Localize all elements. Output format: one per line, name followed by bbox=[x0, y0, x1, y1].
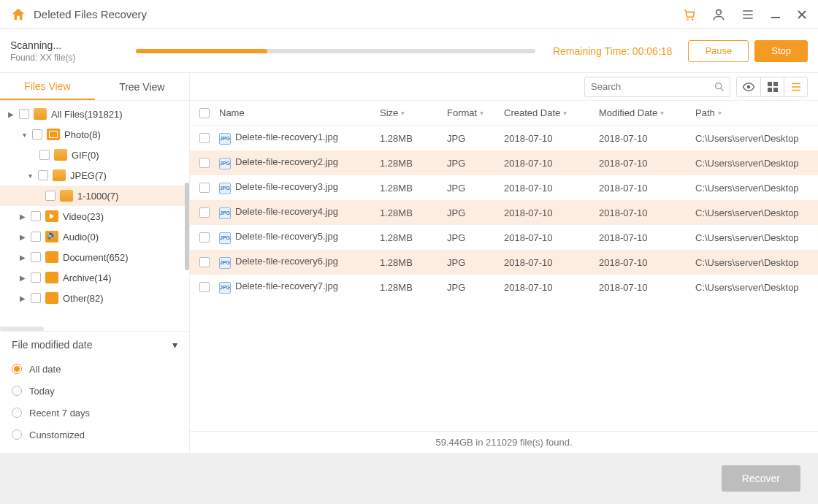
filter-all-date[interactable]: All date bbox=[12, 358, 177, 380]
category-tree[interactable]: ▶ All Files(191821) ▾ Photo(8) GIF(0) ▾ … bbox=[0, 101, 189, 327]
tree-item-audio[interactable]: ▶ Audio(0) bbox=[0, 226, 189, 247]
tree-item-video[interactable]: ▶ Video(23) bbox=[0, 206, 189, 226]
tree-item-other[interactable]: ▶ Other(82) bbox=[0, 288, 189, 308]
other-icon bbox=[45, 292, 58, 304]
jpg-file-icon: JPG bbox=[219, 158, 231, 169]
col-format[interactable]: Format▾ bbox=[447, 107, 504, 118]
row-checkbox[interactable] bbox=[199, 257, 210, 267]
recover-button[interactable]: Recover bbox=[722, 465, 800, 492]
cell-modified: 2018-07-10 bbox=[599, 207, 695, 218]
col-modified[interactable]: Modified Date▾ bbox=[599, 107, 695, 118]
checkbox[interactable] bbox=[31, 232, 41, 242]
tree-item-photo[interactable]: ▾ Photo(8) bbox=[0, 124, 189, 145]
row-checkbox[interactable] bbox=[199, 232, 210, 243]
filter-customized[interactable]: Cunstomized bbox=[12, 424, 177, 446]
tree-scrollbar[interactable] bbox=[185, 183, 189, 270]
menu-icon[interactable] bbox=[741, 7, 755, 22]
cell-path: C:\Users\server\Desktop bbox=[695, 158, 818, 169]
tree-item-gif[interactable]: GIF(0) bbox=[0, 145, 189, 165]
cell-path: C:\Users\server\Desktop bbox=[695, 207, 818, 218]
checkbox[interactable] bbox=[45, 191, 56, 201]
svg-rect-7 bbox=[768, 88, 772, 92]
cell-created: 2018-07-10 bbox=[504, 133, 599, 144]
scan-status: Scanning... bbox=[10, 39, 129, 51]
jpg-file-icon: JPG bbox=[219, 133, 231, 145]
checkbox[interactable] bbox=[39, 150, 50, 160]
col-name[interactable]: Name bbox=[219, 107, 380, 118]
cell-format: JPG bbox=[447, 282, 504, 293]
tree-item-document[interactable]: ▶ Document(652) bbox=[0, 247, 189, 267]
col-created[interactable]: Created Date▾ bbox=[504, 107, 599, 118]
row-checkbox[interactable] bbox=[199, 158, 210, 168]
row-checkbox[interactable] bbox=[199, 183, 210, 193]
filter-today[interactable]: Today bbox=[12, 380, 177, 402]
search-box[interactable] bbox=[584, 77, 730, 97]
svg-rect-5 bbox=[768, 82, 772, 86]
tree-item-all-files[interactable]: ▶ All Files(191821) bbox=[0, 104, 189, 124]
cell-created: 2018-07-10 bbox=[504, 183, 599, 194]
cell-created: 2018-07-10 bbox=[504, 207, 599, 218]
row-checkbox[interactable] bbox=[199, 282, 210, 292]
cell-size: 1.28MB bbox=[380, 232, 447, 243]
home-icon[interactable] bbox=[10, 7, 26, 23]
select-all-checkbox[interactable] bbox=[199, 108, 210, 118]
cart-icon[interactable] bbox=[682, 7, 697, 22]
col-path[interactable]: Path▾ bbox=[695, 107, 818, 118]
checkbox[interactable] bbox=[19, 109, 29, 119]
folder-icon bbox=[53, 169, 66, 181]
user-icon[interactable] bbox=[711, 7, 726, 22]
filter-label: Recent 7 days bbox=[29, 408, 90, 419]
table-row[interactable]: JPGDelete-file-recovery1.jpg1.28MBJPG201… bbox=[190, 126, 818, 150]
table-row[interactable]: JPGDelete-file-recovery3.jpg1.28MBJPG201… bbox=[190, 175, 818, 200]
table-row[interactable]: JPGDelete-file-recovery7.jpg1.28MBJPG201… bbox=[190, 275, 818, 299]
tree-label: Audio(0) bbox=[63, 232, 99, 243]
checkbox[interactable] bbox=[31, 293, 41, 303]
grid-view-button[interactable] bbox=[760, 77, 784, 96]
checkbox[interactable] bbox=[31, 272, 41, 283]
col-size[interactable]: Size▾ bbox=[380, 107, 447, 118]
table-row[interactable]: JPGDelete-file-recovery5.jpg1.28MBJPG201… bbox=[190, 225, 818, 250]
cell-format: JPG bbox=[447, 207, 504, 218]
tree-item-jpeg[interactable]: ▾ JPEG(7) bbox=[0, 165, 189, 186]
folder-icon bbox=[34, 108, 47, 120]
cell-modified: 2018-07-10 bbox=[599, 133, 695, 144]
row-checkbox[interactable] bbox=[199, 133, 210, 143]
tree-item-jpeg-range[interactable]: 1-1000(7) bbox=[0, 186, 189, 206]
tab-tree-view[interactable]: Tree View bbox=[95, 73, 190, 100]
tree-item-archive[interactable]: ▶ Archive(14) bbox=[0, 267, 189, 288]
checkbox[interactable] bbox=[32, 129, 42, 140]
row-checkbox[interactable] bbox=[199, 207, 210, 218]
stop-button[interactable]: Stop bbox=[754, 40, 808, 62]
minimize-icon[interactable] bbox=[770, 9, 781, 20]
cell-created: 2018-07-10 bbox=[504, 257, 599, 268]
search-icon[interactable] bbox=[714, 81, 725, 93]
scan-progress bbox=[136, 49, 535, 53]
table-row[interactable]: JPGDelete-file-recovery2.jpg1.28MBJPG201… bbox=[190, 150, 818, 175]
filter-header[interactable]: File modified date ▾ bbox=[12, 339, 177, 351]
search-input[interactable] bbox=[591, 81, 714, 92]
cell-size: 1.28MB bbox=[380, 183, 447, 194]
checkbox[interactable] bbox=[31, 252, 41, 262]
scan-found: Found: XX file(s) bbox=[10, 53, 129, 63]
folder-icon bbox=[60, 190, 73, 202]
table-row[interactable]: JPGDelete-file-recovery4.jpg1.28MBJPG201… bbox=[190, 200, 818, 225]
close-icon[interactable] bbox=[796, 9, 808, 20]
cell-name: JPGDelete-file-recovery1.jpg bbox=[219, 131, 380, 145]
checkbox[interactable] bbox=[31, 211, 41, 221]
tree-label: JPEG(7) bbox=[70, 170, 107, 181]
cell-path: C:\Users\server\Desktop bbox=[695, 232, 818, 243]
svg-point-3 bbox=[716, 83, 722, 88]
tree-label: Other(82) bbox=[63, 293, 104, 304]
table-row[interactable]: JPGDelete-file-recovery6.jpg1.28MBJPG201… bbox=[190, 250, 818, 275]
tab-files-view[interactable]: Files View bbox=[0, 73, 95, 100]
list-view-button[interactable] bbox=[784, 77, 807, 96]
jpg-file-icon: JPG bbox=[219, 282, 231, 294]
preview-button[interactable] bbox=[737, 77, 760, 96]
filter-recent-7[interactable]: Recent 7 days bbox=[12, 402, 177, 424]
svg-rect-6 bbox=[773, 82, 778, 86]
filter-label: Today bbox=[29, 386, 55, 397]
folder-icon bbox=[54, 149, 67, 161]
checkbox[interactable] bbox=[38, 170, 48, 180]
pause-button[interactable]: Pause bbox=[688, 40, 749, 62]
tree-label: Document(652) bbox=[63, 252, 129, 263]
